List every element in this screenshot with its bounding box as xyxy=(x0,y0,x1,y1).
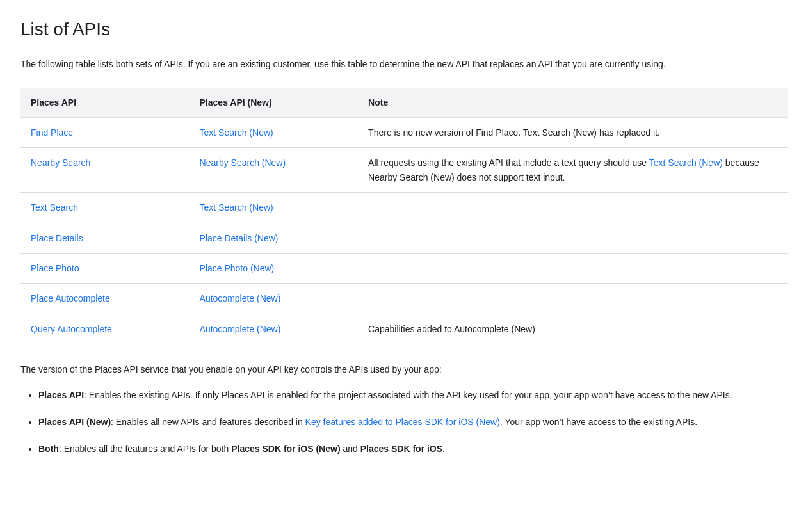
table-row: Place Details Place Details (New) xyxy=(20,223,788,253)
table-cell: Place Photo xyxy=(20,253,190,283)
bullet-text: : Enables all the features and APIs for … xyxy=(59,444,231,454)
table-cell: Find Place xyxy=(20,117,190,147)
note-text: There is no new version of Find Place. T… xyxy=(368,127,660,138)
place-autocomplete-link[interactable]: Place Autocomplete xyxy=(31,293,110,303)
note-text: Capabilities added to Autocomplete (New) xyxy=(368,324,535,334)
autocomplete-new-link-row5[interactable]: Autocomplete (New) xyxy=(200,293,281,303)
bullet-text2: and xyxy=(341,444,360,454)
table-cell xyxy=(358,193,788,223)
autocomplete-new-link-row6[interactable]: Autocomplete (New) xyxy=(200,324,281,334)
col-header-places-api-new: Places API (New) xyxy=(190,88,359,118)
table-row: Text Search Text Search (New) xyxy=(20,193,788,223)
text-search-new-inline-link[interactable]: Text Search (New) xyxy=(649,157,723,168)
place-details-new-link[interactable]: Place Details (New) xyxy=(200,233,279,243)
table-row: Query Autocomplete Autocomplete (New) Ca… xyxy=(20,314,788,344)
bullet-text: : Enables the existing APIs. If only Pla… xyxy=(84,390,732,400)
bullet-bold3: Places SDK for iOS xyxy=(360,444,442,454)
table-cell xyxy=(358,223,788,253)
bullet-bold: Places API (New) xyxy=(38,417,111,427)
table-cell: Text Search xyxy=(20,193,190,223)
bullet-bold2: Places SDK for iOS (New) xyxy=(231,444,340,454)
bullet-text-after: . Your app won’t have access to the exis… xyxy=(500,417,697,427)
list-item: Places API: Enables the existing APIs. I… xyxy=(38,388,788,403)
table-cell: Place Details (New) xyxy=(190,223,359,253)
table-cell: Place Details xyxy=(20,223,190,253)
table-row: Nearby Search Nearby Search (New) All re… xyxy=(20,148,788,193)
table-cell: Nearby Search (New) xyxy=(190,148,359,193)
api-comparison-table: Places API Places API (New) Note Find Pl… xyxy=(20,88,788,345)
feature-list: Places API: Enables the existing APIs. I… xyxy=(20,388,788,456)
nearby-search-new-link[interactable]: Nearby Search (New) xyxy=(200,157,286,168)
table-cell xyxy=(358,284,788,314)
table-cell: Autocomplete (New) xyxy=(190,284,359,314)
bullet-bold: Both xyxy=(38,444,59,454)
bullet-bold: Places API xyxy=(38,390,84,400)
table-cell xyxy=(358,253,788,283)
table-cell: Capabilities added to Autocomplete (New) xyxy=(358,314,788,344)
list-item: Both: Enables all the features and APIs … xyxy=(38,442,788,457)
bottom-intro-text: The version of the Places API service th… xyxy=(20,362,788,378)
table-cell: Text Search (New) xyxy=(190,117,359,147)
table-cell: Place Photo (New) xyxy=(190,253,359,283)
note-text: All requests using the existing API that… xyxy=(368,157,759,182)
table-row: Place Photo Place Photo (New) xyxy=(20,253,788,283)
table-cell: Place Autocomplete xyxy=(20,284,190,314)
table-cell: There is no new version of Find Place. T… xyxy=(358,117,788,147)
find-place-link[interactable]: Find Place xyxy=(31,127,73,138)
text-search-new-link-row2[interactable]: Text Search (New) xyxy=(200,202,273,213)
table-cell: Autocomplete (New) xyxy=(190,314,359,344)
intro-paragraph: The following table lists both sets of A… xyxy=(20,57,788,72)
col-header-places-api: Places API xyxy=(20,88,190,118)
text-search-link[interactable]: Text Search xyxy=(31,202,78,213)
page-title: List of APIs xyxy=(20,15,788,44)
text-search-new-link-row0[interactable]: Text Search (New) xyxy=(200,127,273,138)
place-photo-new-link[interactable]: Place Photo (New) xyxy=(200,263,275,273)
table-cell: All requests using the existing API that… xyxy=(358,148,788,193)
table-cell: Nearby Search xyxy=(20,148,190,193)
table-row: Find Place Text Search (New) There is no… xyxy=(20,117,788,147)
table-row: Place Autocomplete Autocomplete (New) xyxy=(20,284,788,314)
table-header-row: Places API Places API (New) Note xyxy=(20,88,788,118)
col-header-note: Note xyxy=(358,88,788,118)
place-photo-link[interactable]: Place Photo xyxy=(31,263,79,273)
place-details-link[interactable]: Place Details xyxy=(31,233,83,243)
nearby-search-link[interactable]: Nearby Search xyxy=(31,157,90,168)
query-autocomplete-link[interactable]: Query Autocomplete xyxy=(31,324,112,334)
bullet-text3: . xyxy=(442,444,445,454)
table-cell: Query Autocomplete xyxy=(20,314,190,344)
list-item: Places API (New): Enables all new APIs a… xyxy=(38,415,788,430)
key-features-link[interactable]: Key features added to Places SDK for iOS… xyxy=(305,417,500,427)
bullet-text-before: : Enables all new APIs and features desc… xyxy=(111,417,305,427)
table-cell: Text Search (New) xyxy=(190,193,359,223)
